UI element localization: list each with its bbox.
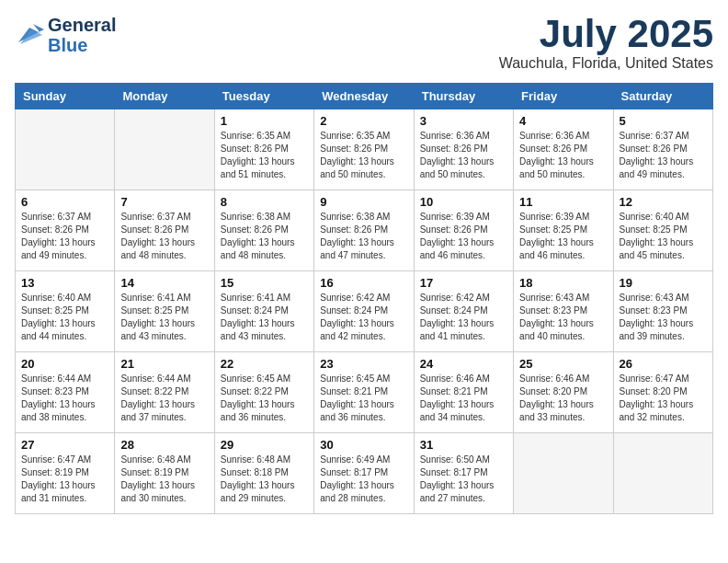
day-info: Sunrise: 6:40 AM Sunset: 8:25 PM Dayligh… xyxy=(620,211,707,262)
day-info: Sunrise: 6:35 AM Sunset: 8:26 PM Dayligh… xyxy=(320,130,407,181)
day-info: Sunrise: 6:38 AM Sunset: 8:26 PM Dayligh… xyxy=(221,211,308,262)
day-number: 29 xyxy=(221,438,308,452)
day-info: Sunrise: 6:46 AM Sunset: 8:21 PM Dayligh… xyxy=(420,373,507,424)
calendar-cell: 14Sunrise: 6:41 AM Sunset: 8:25 PM Dayli… xyxy=(115,271,214,352)
calendar-cell: 18Sunrise: 6:43 AM Sunset: 8:23 PM Dayli… xyxy=(514,271,613,352)
day-number: 9 xyxy=(320,195,407,209)
calendar-cell: 10Sunrise: 6:39 AM Sunset: 8:26 PM Dayli… xyxy=(414,190,513,271)
day-number: 16 xyxy=(320,276,407,290)
weekday-header: Monday xyxy=(115,84,214,109)
calendar-cell: 13Sunrise: 6:40 AM Sunset: 8:25 PM Dayli… xyxy=(16,271,115,352)
day-info: Sunrise: 6:37 AM Sunset: 8:26 PM Dayligh… xyxy=(620,130,707,181)
day-number: 27 xyxy=(21,438,108,452)
calendar-cell: 5Sunrise: 6:37 AM Sunset: 8:26 PM Daylig… xyxy=(613,109,712,190)
calendar-cell: 12Sunrise: 6:40 AM Sunset: 8:25 PM Dayli… xyxy=(613,190,712,271)
day-info: Sunrise: 6:42 AM Sunset: 8:24 PM Dayligh… xyxy=(420,292,507,343)
day-info: Sunrise: 6:47 AM Sunset: 8:19 PM Dayligh… xyxy=(21,454,108,505)
calendar-cell: 28Sunrise: 6:48 AM Sunset: 8:19 PM Dayli… xyxy=(115,433,214,514)
day-info: Sunrise: 6:44 AM Sunset: 8:23 PM Dayligh… xyxy=(21,373,108,424)
day-info: Sunrise: 6:38 AM Sunset: 8:26 PM Dayligh… xyxy=(320,211,407,262)
day-number: 7 xyxy=(120,195,208,209)
calendar-cell: 21Sunrise: 6:44 AM Sunset: 8:22 PM Dayli… xyxy=(115,352,214,433)
calendar-cell: 3Sunrise: 6:36 AM Sunset: 8:26 PM Daylig… xyxy=(414,109,513,190)
calendar-cell: 30Sunrise: 6:49 AM Sunset: 8:17 PM Dayli… xyxy=(314,433,414,514)
calendar-cell: 8Sunrise: 6:38 AM Sunset: 8:26 PM Daylig… xyxy=(214,190,313,271)
day-info: Sunrise: 6:36 AM Sunset: 8:26 PM Dayligh… xyxy=(420,130,507,181)
calendar-cell: 17Sunrise: 6:42 AM Sunset: 8:24 PM Dayli… xyxy=(414,271,513,352)
day-number: 20 xyxy=(21,357,108,371)
calendar-cell: 11Sunrise: 6:39 AM Sunset: 8:25 PM Dayli… xyxy=(514,190,613,271)
calendar-week-row: 13Sunrise: 6:40 AM Sunset: 8:25 PM Dayli… xyxy=(16,271,713,352)
calendar-cell: 7Sunrise: 6:37 AM Sunset: 8:26 PM Daylig… xyxy=(115,190,214,271)
calendar-cell: 23Sunrise: 6:45 AM Sunset: 8:21 PM Dayli… xyxy=(314,352,414,433)
weekday-header: Thursday xyxy=(414,84,513,109)
day-number: 11 xyxy=(519,195,607,209)
day-info: Sunrise: 6:50 AM Sunset: 8:17 PM Dayligh… xyxy=(420,454,507,505)
day-info: Sunrise: 6:43 AM Sunset: 8:23 PM Dayligh… xyxy=(620,292,707,343)
day-number: 19 xyxy=(620,276,707,290)
logo-general: General xyxy=(48,15,116,35)
calendar-table: SundayMondayTuesdayWednesdayThursdayFrid… xyxy=(15,83,713,514)
day-info: Sunrise: 6:37 AM Sunset: 8:26 PM Dayligh… xyxy=(21,211,108,262)
calendar-cell: 6Sunrise: 6:37 AM Sunset: 8:26 PM Daylig… xyxy=(16,190,115,271)
calendar-cell xyxy=(115,109,214,190)
day-number: 2 xyxy=(320,114,407,128)
calendar-cell: 22Sunrise: 6:45 AM Sunset: 8:22 PM Dayli… xyxy=(214,352,313,433)
calendar-cell: 19Sunrise: 6:43 AM Sunset: 8:23 PM Dayli… xyxy=(613,271,712,352)
day-number: 5 xyxy=(620,114,707,128)
day-number: 6 xyxy=(21,195,108,209)
location-title: Wauchula, Florida, United States xyxy=(499,55,713,72)
day-number: 24 xyxy=(420,357,507,371)
day-number: 13 xyxy=(21,276,108,290)
calendar-cell: 24Sunrise: 6:46 AM Sunset: 8:21 PM Dayli… xyxy=(414,352,513,433)
day-info: Sunrise: 6:45 AM Sunset: 8:22 PM Dayligh… xyxy=(221,373,308,424)
day-info: Sunrise: 6:37 AM Sunset: 8:26 PM Dayligh… xyxy=(120,211,208,262)
calendar-cell: 27Sunrise: 6:47 AM Sunset: 8:19 PM Dayli… xyxy=(16,433,115,514)
day-number: 30 xyxy=(320,438,407,452)
title-block: July 2025 Wauchula, Florida, United Stat… xyxy=(499,15,713,72)
day-number: 17 xyxy=(420,276,507,290)
day-info: Sunrise: 6:36 AM Sunset: 8:26 PM Dayligh… xyxy=(519,130,607,181)
day-info: Sunrise: 6:40 AM Sunset: 8:25 PM Dayligh… xyxy=(21,292,108,343)
day-info: Sunrise: 6:46 AM Sunset: 8:20 PM Dayligh… xyxy=(519,373,607,424)
day-info: Sunrise: 6:39 AM Sunset: 8:25 PM Dayligh… xyxy=(519,211,607,262)
weekday-header: Tuesday xyxy=(214,84,313,109)
day-number: 21 xyxy=(120,357,208,371)
calendar-cell: 15Sunrise: 6:41 AM Sunset: 8:24 PM Dayli… xyxy=(214,271,313,352)
calendar-cell: 2Sunrise: 6:35 AM Sunset: 8:26 PM Daylig… xyxy=(314,109,414,190)
day-info: Sunrise: 6:35 AM Sunset: 8:26 PM Dayligh… xyxy=(221,130,308,181)
weekday-header: Sunday xyxy=(16,84,115,109)
day-number: 18 xyxy=(519,276,607,290)
day-info: Sunrise: 6:42 AM Sunset: 8:24 PM Dayligh… xyxy=(320,292,407,343)
day-number: 28 xyxy=(120,438,208,452)
page-header: General Blue July 2025 Wauchula, Florida… xyxy=(15,15,713,72)
logo-icon xyxy=(15,20,44,46)
day-info: Sunrise: 6:41 AM Sunset: 8:25 PM Dayligh… xyxy=(120,292,208,343)
day-info: Sunrise: 6:48 AM Sunset: 8:18 PM Dayligh… xyxy=(221,454,308,505)
day-info: Sunrise: 6:44 AM Sunset: 8:22 PM Dayligh… xyxy=(120,373,208,424)
day-info: Sunrise: 6:48 AM Sunset: 8:19 PM Dayligh… xyxy=(120,454,208,505)
day-number: 8 xyxy=(221,195,308,209)
calendar-cell: 29Sunrise: 6:48 AM Sunset: 8:18 PM Dayli… xyxy=(214,433,313,514)
logo: General Blue xyxy=(15,15,116,55)
calendar-week-row: 6Sunrise: 6:37 AM Sunset: 8:26 PM Daylig… xyxy=(16,190,713,271)
calendar-cell: 31Sunrise: 6:50 AM Sunset: 8:17 PM Dayli… xyxy=(414,433,513,514)
day-number: 10 xyxy=(420,195,507,209)
day-number: 14 xyxy=(120,276,208,290)
day-info: Sunrise: 6:43 AM Sunset: 8:23 PM Dayligh… xyxy=(519,292,607,343)
day-info: Sunrise: 6:47 AM Sunset: 8:20 PM Dayligh… xyxy=(620,373,707,424)
day-number: 4 xyxy=(519,114,607,128)
calendar-cell: 25Sunrise: 6:46 AM Sunset: 8:20 PM Dayli… xyxy=(514,352,613,433)
day-number: 3 xyxy=(420,114,507,128)
calendar-week-row: 27Sunrise: 6:47 AM Sunset: 8:19 PM Dayli… xyxy=(16,433,713,514)
day-info: Sunrise: 6:49 AM Sunset: 8:17 PM Dayligh… xyxy=(320,454,407,505)
day-number: 1 xyxy=(221,114,308,128)
logo-blue: Blue xyxy=(48,35,116,55)
day-info: Sunrise: 6:45 AM Sunset: 8:21 PM Dayligh… xyxy=(320,373,407,424)
calendar-cell xyxy=(613,433,712,514)
weekday-header: Friday xyxy=(514,84,613,109)
day-number: 25 xyxy=(519,357,607,371)
day-number: 23 xyxy=(320,357,407,371)
calendar-header-row: SundayMondayTuesdayWednesdayThursdayFrid… xyxy=(16,84,713,109)
calendar-cell: 16Sunrise: 6:42 AM Sunset: 8:24 PM Dayli… xyxy=(314,271,414,352)
